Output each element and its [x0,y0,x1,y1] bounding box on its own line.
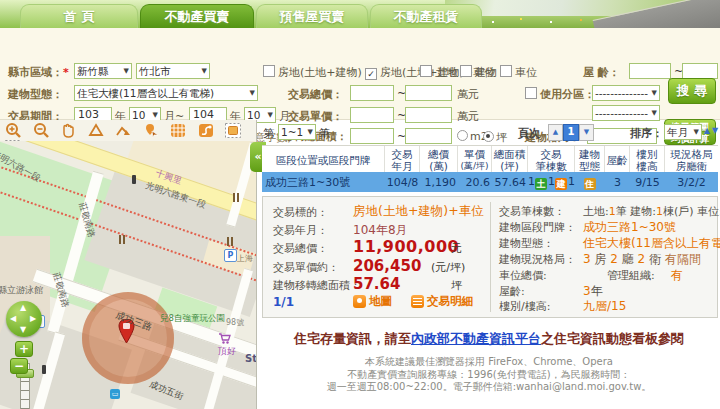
map-toolbar [0,122,256,141]
map-zoom-in-button[interactable]: + [15,341,33,357]
row-lot-counts: 1土1建1車 [528,175,575,190]
bus-stop-icon: ▭ [110,389,120,399]
pool-label: 縣立游泳館 [0,284,43,297]
rect-select-icon[interactable] [222,122,244,139]
region-label: 縣市區域：* [8,65,71,80]
tab-home[interactable]: 首 頁 [20,4,138,28]
chevron-down-icon: ▼ [308,125,313,139]
deal-area-label: 建物移轉總面積： [273,278,361,293]
sort-desc-button[interactable]: ▼ [712,126,718,135]
pan-right-icon[interactable]: ▶ [30,315,36,323]
house-number-label: 98號 [226,317,244,328]
checkbox-building[interactable]: 建物 [460,65,497,80]
age-min-input[interactable] [629,63,671,79]
area-min-input[interactable] [350,128,394,144]
checkbox-checked-icon: ✓ [365,68,377,80]
area-max-input[interactable] [405,128,452,144]
row-address: 成功三路1~30號 [262,175,385,190]
sort-select[interactable]: 年月▼ [664,124,702,140]
pan-up-icon[interactable]: ▲ [20,304,26,312]
building-address-value: 成功三路1~30號 [583,219,676,236]
restaurant-icon [226,237,234,246]
deal-ym-label: 交易年月： [273,223,328,238]
traffic-light-icon [42,365,46,374]
tab-real-estate-sale[interactable]: 不動產買賣 [140,4,254,28]
chevron-down-icon: ▼ [124,64,129,78]
map-canvas[interactable]: 光明六路一段 光明六路東一段 十興里 莊敬南路 莊敬南路 縣立游泳館 成功三路 … [0,141,256,409]
deal-area-unit: 坪 [451,278,462,293]
cadastre-layer-icon[interactable] [167,122,189,139]
transaction-detail-button[interactable]: 交易明細 [411,294,473,309]
checkbox-parking[interactable]: 車位 [500,65,537,80]
sort-asc-button[interactable]: ▲ [704,126,710,135]
map-pan-control[interactable]: ▲ ▼ ◀ ▶ [6,301,42,337]
total-price-min-input[interactable] [350,85,394,101]
pan-hand-icon[interactable] [57,122,79,139]
zoom-in-icon[interactable] [2,122,24,139]
service-hours-email: 週一至週五08:00~22:00。電子郵件信箱:wanhai@land.moi.… [258,380,720,394]
checkbox-icon [460,65,472,77]
row-age: 3 [605,176,630,189]
store-label: 頂好 [218,345,236,358]
flowers-decoration [455,14,655,26]
row-area: 57.64 [492,176,528,189]
restaurant-icon [232,193,240,202]
moi-platform-link[interactable]: 內政部不動產資訊平台 [411,331,541,346]
pan-left-icon[interactable]: ◀ [10,315,16,323]
page-prev-button[interactable]: ▲ [548,124,563,141]
sort-label: 排序： [630,126,663,141]
map-zoom-out-button[interactable]: − [10,358,28,374]
checkbox-icon [525,87,537,99]
checkbox-land[interactable]: 土地 [420,65,457,80]
chevron-down-icon: ▼ [250,86,255,100]
route-icon[interactable] [195,122,217,139]
building-type-select[interactable]: 住宅大樓(11層含以上有電梯)▼ [74,85,258,101]
map-button[interactable]: 地圖 [353,294,392,309]
tab-presale[interactable]: 預售屋買賣 [256,4,368,28]
page-label: 頁次 [518,126,540,141]
pick-marker-icon[interactable] [140,122,162,139]
radio-selected-icon [483,131,494,142]
row-unit-price: 20.6 [458,176,492,189]
total-price-max-input[interactable] [405,85,452,101]
tab-rental[interactable]: 不動產租賃 [370,4,482,28]
radio-ping[interactable]: 坪 [483,130,507,145]
app-window: 首 頁 不動產買賣 預售屋買賣 不動產租賃 縣市區域：* 新竹縣▼ 竹北市▼ 房… [0,0,720,409]
zoom-out-icon[interactable] [30,122,52,139]
age-label2: 屋齡: [499,284,525,299]
deal-total-label: 交易總價： [273,241,328,256]
page-current: 1 [563,124,579,141]
chevron-down-icon: ▼ [652,106,657,120]
radio-icon [457,130,468,141]
age-label: 屋 齡： [583,65,620,80]
building-type-label: 建物型態： [8,87,63,102]
measure-area-icon[interactable] [85,122,107,139]
deal-unit-label: 交易單價約： [273,260,339,275]
park-label: 兒8自強童玩公園 [160,313,225,325]
table-row-selected[interactable]: 成功三路1~30號 104/8 1,190 20.6 57.64 1土1建1車 … [262,172,718,192]
building-icon: 建 [555,178,567,190]
traffic-light-icon [132,175,136,184]
zoning-checkbox[interactable]: 使用分區： [525,87,595,102]
management-label: 管理組織: [607,268,655,283]
age-max-input[interactable] [682,63,718,79]
pan-down-icon[interactable]: ▼ [20,326,26,334]
unit-price-max-input[interactable] [405,107,452,123]
unit-price-min-input[interactable] [350,107,394,123]
result-count-unit: 筆 [319,126,330,141]
deal-area-value: 57.64 [353,275,400,293]
store-label-2: St [245,353,256,364]
zoning-select-2[interactable]: --------------▼ [592,105,660,121]
page-next-button[interactable]: ▼ [579,124,594,141]
wan-unit-label-2: 萬元 [457,109,479,124]
layout-value: 3 房 2 廳 2 衛 有隔間 [583,251,701,268]
lot-counts-label: 交易筆棟數： [499,204,565,219]
county-select[interactable]: 新竹縣▼ [74,63,132,79]
zoning-select-1[interactable]: --------------▼ [592,85,660,101]
measure-distance-icon[interactable] [112,122,134,139]
search-button[interactable]: 搜 尋 [668,78,716,104]
district-select[interactable]: 竹北市▼ [136,63,210,79]
checkbox-land-building[interactable]: 房地(土地+建物) [263,65,362,80]
result-range-select[interactable]: 1~1▼ [278,124,316,140]
cart-icon [218,333,231,344]
